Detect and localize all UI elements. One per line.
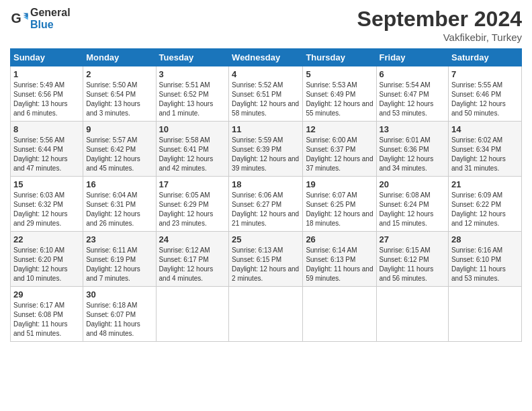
empty-cell: [229, 287, 303, 342]
day-number: 17: [159, 179, 226, 189]
day-cell-16: 16 Sunrise: 6:04 AMSunset: 6:31 PMDaylig…: [83, 177, 156, 232]
day-detail: Sunrise: 5:56 AMSunset: 6:44 PMDaylight:…: [13, 136, 80, 173]
day-number: 11: [232, 124, 300, 134]
day-cell-19: 19 Sunrise: 6:07 AMSunset: 6:25 PMDaylig…: [303, 177, 376, 232]
day-detail: Sunrise: 5:50 AMSunset: 6:54 PMDaylight:…: [86, 81, 152, 118]
day-detail: Sunrise: 6:12 AMSunset: 6:17 PMDaylight:…: [159, 246, 226, 283]
day-detail: Sunrise: 6:18 AMSunset: 6:07 PMDaylight:…: [86, 301, 152, 338]
day-detail: Sunrise: 6:00 AMSunset: 6:37 PMDaylight:…: [306, 136, 373, 173]
day-cell-13: 13 Sunrise: 6:01 AMSunset: 6:36 PMDaylig…: [376, 122, 449, 177]
day-detail: Sunrise: 5:57 AMSunset: 6:42 PMDaylight:…: [86, 136, 152, 173]
empty-cell: [376, 287, 449, 342]
day-detail: Sunrise: 6:16 AMSunset: 6:10 PMDaylight:…: [451, 246, 519, 283]
day-cell-2: 2 Sunrise: 5:50 AMSunset: 6:54 PMDayligh…: [83, 66, 156, 122]
day-number: 24: [159, 234, 226, 244]
day-cell-11: 11 Sunrise: 5:59 AMSunset: 6:39 PMDaylig…: [229, 122, 303, 177]
svg-text:G: G: [11, 10, 21, 25]
day-cell-1: 1 Sunrise: 5:49 AMSunset: 6:56 PMDayligh…: [11, 66, 83, 122]
logo: G General Blue: [10, 7, 71, 30]
day-header-wednesday: Wednesday: [229, 49, 303, 66]
day-cell-14: 14 Sunrise: 6:02 AMSunset: 6:34 PMDaylig…: [449, 122, 522, 177]
day-header-monday: Monday: [83, 49, 156, 66]
empty-cell: [156, 287, 229, 342]
location: Vakfikebir, Turkey: [357, 32, 522, 43]
day-cell-30: 30 Sunrise: 6:18 AMSunset: 6:07 PMDaylig…: [83, 287, 156, 342]
day-number: 13: [380, 124, 446, 134]
calendar-table: SundayMondayTuesdayWednesdayThursdayFrid…: [10, 48, 522, 342]
day-detail: Sunrise: 6:07 AMSunset: 6:25 PMDaylight:…: [306, 191, 373, 228]
day-detail: Sunrise: 6:08 AMSunset: 6:24 PMDaylight:…: [380, 191, 446, 228]
week-row-2: 8 Sunrise: 5:56 AMSunset: 6:44 PMDayligh…: [11, 122, 522, 177]
day-cell-8: 8 Sunrise: 5:56 AMSunset: 6:44 PMDayligh…: [11, 122, 83, 177]
day-number: 21: [451, 179, 519, 189]
day-detail: Sunrise: 6:15 AMSunset: 6:12 PMDaylight:…: [380, 246, 446, 283]
day-number: 2: [86, 69, 152, 79]
day-detail: Sunrise: 6:03 AMSunset: 6:32 PMDaylight:…: [13, 191, 80, 228]
empty-cell: [449, 287, 522, 342]
day-cell-29: 29 Sunrise: 6:17 AMSunset: 6:08 PMDaylig…: [11, 287, 83, 342]
logo-blue: Blue: [30, 19, 54, 30]
day-number: 9: [86, 124, 152, 134]
day-number: 18: [232, 179, 300, 189]
day-header-thursday: Thursday: [303, 49, 376, 66]
day-number: 5: [306, 69, 373, 79]
day-number: 4: [232, 69, 300, 79]
day-number: 23: [86, 234, 152, 244]
day-number: 29: [13, 289, 80, 300]
day-header-saturday: Saturday: [449, 49, 522, 66]
day-detail: Sunrise: 6:02 AMSunset: 6:34 PMDaylight:…: [451, 136, 519, 173]
day-cell-4: 4 Sunrise: 5:52 AMSunset: 6:51 PMDayligh…: [229, 66, 303, 122]
day-number: 25: [232, 234, 300, 244]
day-detail: Sunrise: 5:52 AMSunset: 6:51 PMDaylight:…: [232, 81, 300, 118]
day-cell-21: 21 Sunrise: 6:09 AMSunset: 6:22 PMDaylig…: [449, 177, 522, 232]
day-cell-10: 10 Sunrise: 5:58 AMSunset: 6:41 PMDaylig…: [156, 122, 229, 177]
day-cell-28: 28 Sunrise: 6:16 AMSunset: 6:10 PMDaylig…: [449, 232, 522, 287]
day-detail: Sunrise: 5:49 AMSunset: 6:56 PMDaylight:…: [13, 81, 80, 118]
day-number: 10: [159, 124, 226, 134]
day-detail: Sunrise: 5:51 AMSunset: 6:52 PMDaylight:…: [159, 81, 226, 118]
day-number: 27: [380, 234, 446, 244]
day-detail: Sunrise: 5:53 AMSunset: 6:49 PMDaylight:…: [306, 81, 373, 118]
day-number: 19: [306, 179, 373, 189]
logo-general: General: [30, 7, 71, 18]
day-cell-24: 24 Sunrise: 6:12 AMSunset: 6:17 PMDaylig…: [156, 232, 229, 287]
day-detail: Sunrise: 6:10 AMSunset: 6:20 PMDaylight:…: [13, 246, 80, 283]
day-number: 30: [86, 289, 152, 300]
day-number: 14: [451, 124, 519, 134]
week-row-4: 22 Sunrise: 6:10 AMSunset: 6:20 PMDaylig…: [11, 232, 522, 287]
day-cell-3: 3 Sunrise: 5:51 AMSunset: 6:52 PMDayligh…: [156, 66, 229, 122]
day-number: 16: [86, 179, 152, 189]
logo-icon: G: [10, 9, 29, 28]
day-cell-7: 7 Sunrise: 5:55 AMSunset: 6:46 PMDayligh…: [449, 66, 522, 122]
day-header-friday: Friday: [376, 49, 449, 66]
day-number: 6: [380, 69, 446, 79]
day-cell-17: 17 Sunrise: 6:05 AMSunset: 6:29 PMDaylig…: [156, 177, 229, 232]
day-number: 7: [451, 69, 519, 79]
day-cell-6: 6 Sunrise: 5:54 AMSunset: 6:47 PMDayligh…: [376, 66, 449, 122]
day-cell-9: 9 Sunrise: 5:57 AMSunset: 6:42 PMDayligh…: [83, 122, 156, 177]
day-detail: Sunrise: 6:17 AMSunset: 6:08 PMDaylight:…: [13, 301, 80, 338]
title-area: September 2024 Vakfikebir, Turkey: [357, 7, 522, 43]
day-detail: Sunrise: 6:05 AMSunset: 6:29 PMDaylight:…: [159, 191, 226, 228]
day-cell-23: 23 Sunrise: 6:11 AMSunset: 6:19 PMDaylig…: [83, 232, 156, 287]
empty-cell: [303, 287, 376, 342]
day-number: 3: [159, 69, 226, 79]
week-row-5: 29 Sunrise: 6:17 AMSunset: 6:08 PMDaylig…: [11, 287, 522, 342]
day-detail: Sunrise: 6:13 AMSunset: 6:15 PMDaylight:…: [232, 246, 300, 283]
day-detail: Sunrise: 5:58 AMSunset: 6:41 PMDaylight:…: [159, 136, 226, 173]
day-detail: Sunrise: 5:55 AMSunset: 6:46 PMDaylight:…: [451, 81, 519, 118]
day-number: 12: [306, 124, 373, 134]
day-detail: Sunrise: 6:14 AMSunset: 6:13 PMDaylight:…: [306, 246, 373, 283]
day-header-sunday: Sunday: [11, 49, 83, 66]
day-detail: Sunrise: 6:11 AMSunset: 6:19 PMDaylight:…: [86, 246, 152, 283]
day-detail: Sunrise: 6:09 AMSunset: 6:22 PMDaylight:…: [451, 191, 519, 228]
svg-marker-3: [24, 17, 28, 19]
day-number: 8: [13, 124, 80, 134]
day-header-tuesday: Tuesday: [156, 49, 229, 66]
day-detail: Sunrise: 6:06 AMSunset: 6:27 PMDaylight:…: [232, 191, 300, 228]
day-cell-26: 26 Sunrise: 6:14 AMSunset: 6:13 PMDaylig…: [303, 232, 376, 287]
day-number: 26: [306, 234, 373, 244]
day-cell-15: 15 Sunrise: 6:03 AMSunset: 6:32 PMDaylig…: [11, 177, 83, 232]
day-cell-22: 22 Sunrise: 6:10 AMSunset: 6:20 PMDaylig…: [11, 232, 83, 287]
day-number: 15: [13, 179, 80, 189]
